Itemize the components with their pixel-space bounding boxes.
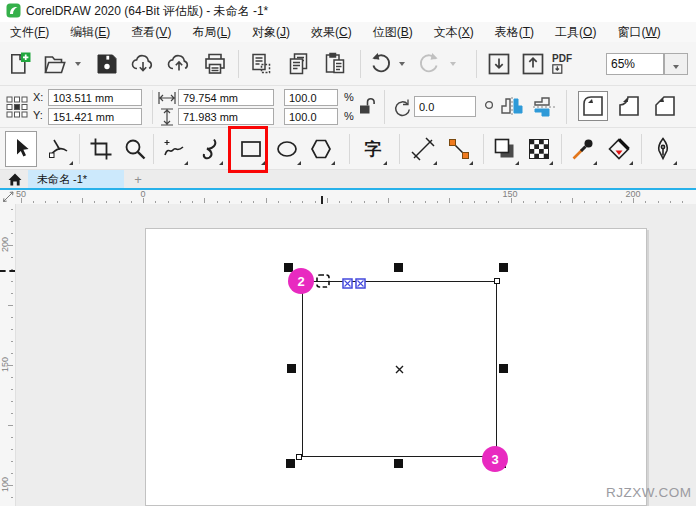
drop-shadow-tool-icon [492, 136, 518, 162]
document-tab-bar: 未命名 -1* + [0, 170, 696, 188]
menu-bar: 文件(F)编辑(E)查看(V)布局(L)对象(J)效果(C)位图(B)文本(X)… [0, 22, 696, 42]
menu-item-layout[interactable]: 布局(L) [192, 24, 231, 41]
propbar-separator [384, 90, 385, 124]
save-button[interactable] [92, 49, 122, 79]
freehand-tool-icon [161, 136, 187, 162]
print-button[interactable] [200, 49, 230, 79]
outline-pen-tool[interactable] [647, 131, 679, 167]
object-width-icon [158, 91, 176, 105]
vertical-ruler[interactable]: 200150100 [0, 204, 16, 506]
menu-item-file[interactable]: 文件(F) [10, 24, 49, 41]
x-position-input[interactable] [48, 89, 142, 106]
pick-tool[interactable] [5, 131, 37, 167]
open-folder-icon [42, 51, 68, 77]
text-tool[interactable]: 字 [357, 131, 389, 167]
object-width-input[interactable] [178, 89, 274, 106]
redo-button[interactable] [414, 49, 444, 79]
object-height-input[interactable] [178, 108, 274, 125]
ellipse-tool[interactable] [271, 131, 303, 167]
copy-button[interactable] [284, 49, 314, 79]
round-corner-button[interactable] [578, 91, 608, 121]
publish-pdf-button[interactable]: PDF [552, 49, 582, 79]
object-height-icon [160, 108, 174, 126]
scale-width-input[interactable] [284, 89, 338, 106]
selection-handle-top-center[interactable] [394, 263, 403, 272]
open-from-cloud-button[interactable] [128, 49, 158, 79]
selection-handle-bottom-center[interactable] [394, 459, 403, 468]
selection-handle-middle-right[interactable] [499, 364, 508, 373]
save-to-cloud-button[interactable] [164, 49, 194, 79]
menu-item-bitmaps[interactable]: 位图(B) [373, 24, 413, 41]
zoom-tool[interactable] [119, 131, 151, 167]
chamfered-corner-button[interactable] [650, 91, 680, 121]
import-button[interactable] [484, 49, 514, 79]
toolbar-separator [238, 50, 239, 78]
document-tab[interactable]: 未命名 -1* [28, 170, 124, 188]
toolbox-separator [641, 134, 642, 164]
shape-tool[interactable] [43, 131, 75, 167]
menu-item-object[interactable]: 对象(J) [252, 24, 290, 41]
menu-item-window[interactable]: 窗口(W) [617, 24, 660, 41]
y-position-label: Y: [33, 109, 43, 121]
transparency-tool[interactable] [523, 131, 555, 167]
home-tab-button[interactable] [2, 170, 28, 188]
glyph-node-icon [342, 275, 353, 293]
scale-height-input[interactable] [284, 108, 338, 125]
ruler-origin-icon [2, 191, 15, 203]
color-eyedropper-tool[interactable] [567, 131, 599, 167]
interactive-fill-tool[interactable] [603, 131, 635, 167]
connector-tool[interactable] [443, 131, 475, 167]
menu-item-tools[interactable]: 工具(O) [555, 24, 596, 41]
open-button[interactable] [40, 49, 70, 79]
text-tool-icon: 字 [365, 138, 382, 161]
redo-dropdown-caret[interactable] [450, 62, 456, 66]
x-position-label: X: [33, 91, 43, 103]
horizontal-ruler[interactable]: 500150200 [0, 190, 696, 204]
rectangle-tool-cursor-icon [315, 273, 331, 289]
open-dropdown-caret[interactable] [75, 62, 81, 66]
print-icon [202, 51, 228, 77]
save-icon [94, 51, 120, 77]
artistic-media-tool[interactable] [193, 131, 225, 167]
toolbox-separator [349, 134, 350, 164]
selection-handle-middle-left[interactable] [287, 364, 296, 373]
menu-item-text[interactable]: 文本(X) [434, 24, 474, 41]
menu-item-table[interactable]: 表格(T) [495, 24, 534, 41]
menu-item-edit[interactable]: 编辑(E) [70, 24, 110, 41]
outline-pen-tool-icon [650, 136, 676, 162]
corner-node-top-right[interactable] [494, 278, 500, 284]
freehand-tool[interactable] [158, 131, 190, 167]
annotation-highlight-box [228, 126, 268, 173]
y-position-input[interactable] [48, 108, 142, 125]
app-logo-icon [6, 3, 21, 18]
parallel-dimension-tool[interactable] [407, 131, 439, 167]
rotation-angle-input[interactable] [414, 96, 476, 117]
degree-icon [484, 100, 494, 110]
paste-button[interactable] [320, 49, 350, 79]
new-document-button[interactable] [4, 49, 34, 79]
copy-icon [286, 51, 312, 77]
interactive-fill-tool-icon [606, 136, 632, 162]
mirror-horizontal-button[interactable] [498, 95, 526, 121]
scalloped-corner-button[interactable] [614, 91, 644, 121]
zoom-level-dropdown-button[interactable] [664, 53, 688, 75]
new-document-tab-button[interactable]: + [130, 172, 146, 186]
new-document-icon [6, 51, 32, 77]
menu-item-effects[interactable]: 效果(C) [311, 24, 352, 41]
undo-button[interactable] [366, 49, 396, 79]
selection-handle-top-right[interactable] [499, 263, 508, 272]
toolbar-separator [360, 50, 361, 78]
cut-button[interactable] [246, 49, 276, 79]
undo-dropdown-caret[interactable] [399, 62, 405, 66]
crop-tool[interactable] [85, 131, 117, 167]
polygon-tool[interactable] [305, 131, 337, 167]
menu-item-view[interactable]: 查看(V) [131, 24, 171, 41]
drop-shadow-tool[interactable] [489, 131, 521, 167]
chamfered-corner-icon [652, 93, 678, 119]
mirror-vertical-button[interactable] [530, 95, 558, 121]
export-button[interactable] [518, 49, 548, 79]
lock-ratio-button[interactable] [358, 97, 378, 117]
corner-node-bottom-left[interactable] [296, 454, 302, 460]
selection-handle-bottom-left[interactable] [286, 459, 295, 468]
zoom-level-input[interactable] [606, 53, 664, 75]
